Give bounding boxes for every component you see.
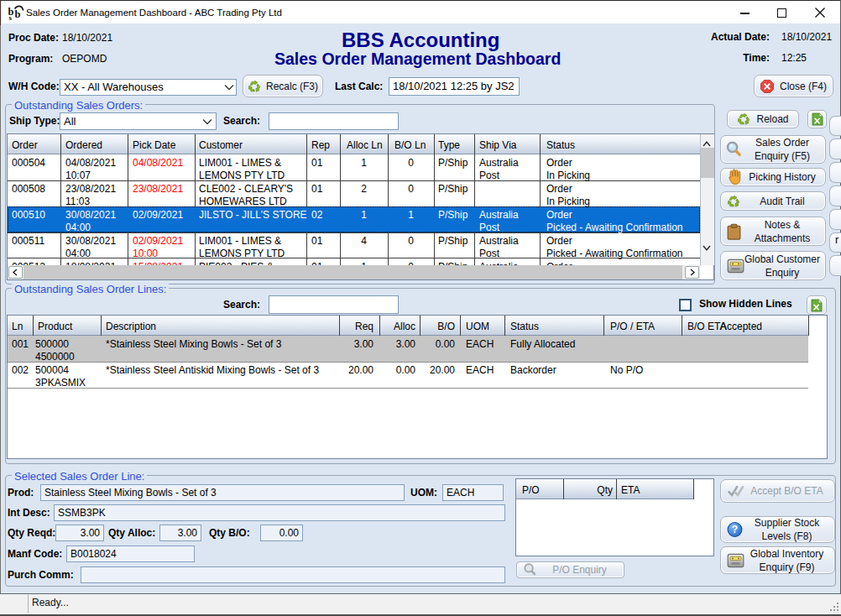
svg-text:b: b	[15, 8, 21, 20]
svg-text:?: ?	[732, 524, 738, 535]
svg-text:s: s	[9, 13, 13, 21]
